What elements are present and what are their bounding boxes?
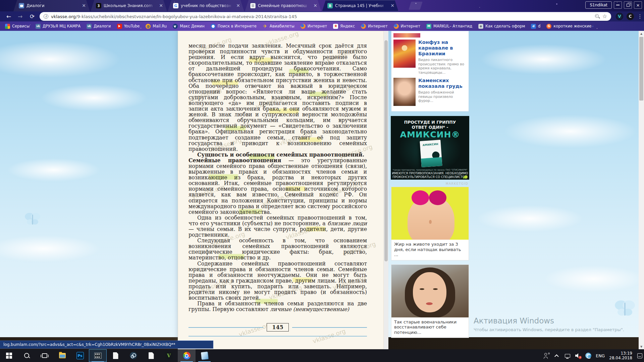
restore-icon (627, 4, 630, 7)
news-teaser-1[interactable]: Конфуз на карнавале в БразилииВидео пика… (393, 40, 467, 74)
vklasse-favicon-icon: В (327, 3, 333, 8)
browser-menu-button[interactable]: ⋮ (637, 13, 643, 20)
teaser-thumbnail[interactable] (393, 40, 416, 68)
amixin-ad-banner[interactable]: ПРОСТУДЕ И ГРИППУ ОТВЕТ ОДИН* - АМИКСИН®… (391, 116, 469, 179)
vk-bookmark-icon: vk (87, 24, 92, 29)
ad-image[interactable] (391, 265, 469, 317)
new-tab-button[interactable] (409, 2, 423, 10)
hidden-icons-chevron[interactable] (554, 353, 560, 359)
taskbar-taskview-button[interactable] (36, 349, 53, 362)
photo-bookmark-icon: ◉ (478, 24, 483, 29)
ad-caption[interactable]: Жир на животе уходит за 3 дня, если нато… (391, 240, 469, 260)
close-button[interactable]: × (634, 1, 642, 9)
language-indicator[interactable]: ENG (596, 353, 605, 358)
taskbar-notepad-doc-button[interactable] (107, 349, 124, 362)
address-bar[interactable]: i vklasse.org/9-klass/uchebniki/obschest… (40, 12, 611, 21)
browser-tab-strip: Диалоги×3Школьные Знания.com×Gучебник по… (0, 0, 644, 11)
book-scrollbar[interactable] (384, 31, 388, 349)
book-scrollbar-thumb[interactable] (384, 40, 388, 261)
taskbar-video-editor-button[interactable] (89, 349, 107, 362)
taskbar-steam-button[interactable] (124, 349, 142, 362)
scroll-up-arrow[interactable]: ▲ (639, 31, 644, 36)
bookmark-item-12[interactable]: Интернет (391, 23, 423, 30)
teaser-title[interactable]: Конфуз на карнавале в Бразилии (418, 40, 467, 57)
bookmark-item-1[interactable]: Сервисы (3, 23, 32, 30)
explorer-icon (59, 353, 66, 358)
taskbar-explorer-button[interactable] (53, 349, 71, 362)
tab-close-icon[interactable]: × (81, 3, 87, 8)
system-tray: × ENG 13:19 28.04.2018 (544, 349, 643, 362)
bookmark-item-4[interactable]: YouTube (115, 23, 142, 30)
bookmark-item-16[interactable]: Gкороткие женские с (544, 23, 595, 30)
teaser-thumbnail[interactable] (393, 78, 416, 106)
browser-tab-1[interactable]: Диалоги× (13, 0, 90, 11)
link-status-bar: log.bumlam.com/?src=advs&s_act=c&s_trk=C… (0, 341, 213, 349)
action-center-icon[interactable] (637, 353, 643, 359)
extension-v-icon[interactable]: V (616, 13, 623, 20)
browser-tray-icon[interactable] (585, 353, 591, 359)
steam-icon (130, 352, 137, 359)
bookmark-item-10[interactable]: ЯЯндекс (331, 23, 357, 30)
sponsored-ad-2[interactable]: Так старые военачальники восстанавливают… (391, 264, 469, 338)
tab-close-icon[interactable]: × (390, 3, 395, 8)
news-teaser-2[interactable]: Каменских показала грудьВидео обнаженной… (393, 78, 467, 106)
volume-muted-icon[interactable]: × (575, 353, 581, 359)
amixin-line2: ОТВЕТ ОДИН* - (391, 125, 469, 130)
bookmark-label: Поиск в Интернете (218, 24, 257, 28)
taskbar-photoshop-button[interactable]: Ps (71, 349, 89, 362)
window-scrollbar-thumb[interactable] (639, 37, 643, 101)
bookmark-item-8[interactable]: ✈Авиабилеты (260, 23, 297, 30)
page-info-icon[interactable]: i (44, 14, 48, 19)
browser-tab-5[interactable]: ВСтраница 145 | Учебни× (322, 0, 398, 11)
zoom-icon[interactable] (595, 14, 600, 19)
browser-tab-4[interactable]: Семейные правоотнош× (245, 0, 321, 11)
bookmark-item-7[interactable]: Поиск в Интернете (208, 23, 259, 30)
page-number: 145 (267, 323, 288, 331)
book-paragraph: Сущность и особенности семейных правоотн… (189, 152, 367, 158)
tab-close-icon[interactable]: × (235, 3, 241, 8)
taskbar-start-button[interactable] (0, 349, 18, 362)
minimize-button[interactable] (614, 1, 622, 9)
ad-image[interactable] (391, 187, 469, 240)
bookmark-item-14[interactable]: ◉Как сделать оформ (476, 23, 527, 30)
browser-tab-3[interactable]: Gучебник по обществозн× (168, 0, 244, 11)
taskbar-notes-button[interactable] (196, 349, 213, 362)
network-icon[interactable] (565, 353, 571, 359)
ad-caption[interactable]: Так старые военачальники восстанавливают… (391, 317, 469, 338)
browser-tab-2[interactable]: 3Школьные Знания.com× (91, 0, 167, 11)
bookmark-item-2[interactable]: vkДРУЗЬЯ МЦ КАМРА (33, 23, 83, 30)
taskbar-chrome-button[interactable] (178, 349, 196, 362)
globe-bookmark-icon (361, 24, 366, 29)
bookmark-star-icon[interactable]: ☆ (602, 14, 607, 19)
bookmark-item-3[interactable]: vkДиалоги (84, 23, 113, 30)
youtube-bookmark-icon (117, 24, 122, 29)
scroll-down-arrow[interactable]: ▼ (639, 344, 644, 349)
reload-button[interactable]: ⟳ (28, 12, 36, 20)
teaser-title[interactable]: Каменских показала грудь (418, 78, 467, 89)
amixin-box-label: АМИКСИН (420, 142, 441, 147)
close-icon: × (636, 3, 640, 7)
tab-close-icon[interactable]: × (158, 3, 164, 8)
taskbar-vegas-button[interactable]: V (160, 349, 178, 362)
cursor-bookmark-icon (173, 24, 178, 29)
sponsored-ad-1[interactable]: Жир на животе уходит за 3 дня, если нато… (391, 187, 469, 260)
forward-button[interactable]: → (16, 12, 24, 20)
taskbar-notepad-doc2-button[interactable] (142, 349, 160, 362)
bookmark-item-11[interactable]: Интернет (359, 23, 390, 30)
back-button[interactable]: ← (5, 12, 13, 20)
people-icon[interactable] (544, 353, 550, 359)
bookmark-item-6[interactable]: Макс Демин (170, 23, 207, 30)
yandex-bookmark-icon: Я (333, 24, 338, 29)
taskbar-search-button[interactable] (18, 349, 36, 362)
extension-c-icon[interactable]: C (627, 13, 634, 20)
restore-button[interactable] (624, 1, 632, 9)
clock[interactable]: 13:19 28.04.2018 (609, 351, 632, 360)
window-scrollbar[interactable]: ▲ ▼ (639, 31, 644, 349)
browser-profile-button[interactable]: S1ndikat (585, 1, 612, 9)
tab-close-icon[interactable]: × (313, 3, 318, 8)
bookmark-item-5[interactable]: @Mail.Ru (143, 23, 169, 30)
docblue-bookmark-icon: d (531, 24, 536, 29)
bookmark-item-9[interactable]: Интернет (298, 23, 330, 30)
bookmark-item-13[interactable]: MMARKUL– Атлантид (424, 23, 475, 30)
bookmark-item-15[interactable]: dd (529, 23, 543, 30)
